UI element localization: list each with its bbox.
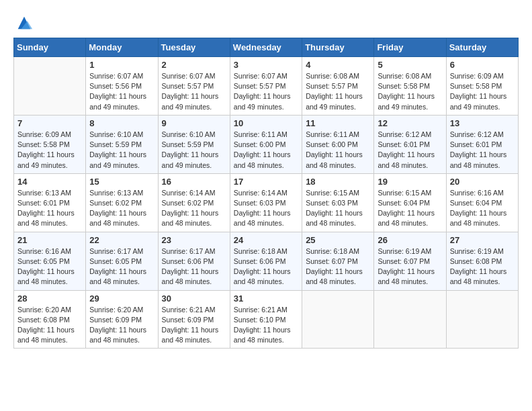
calendar-cell: 6Sunrise: 6:09 AMSunset: 5:58 PMDaylight… <box>446 57 518 116</box>
sunrise-text: Sunrise: 6:20 AM <box>89 306 143 314</box>
day-info: Sunrise: 6:13 AMSunset: 6:01 PMDaylight:… <box>17 188 82 229</box>
sunrise-text: Sunrise: 6:10 AM <box>89 130 143 138</box>
calendar-cell: 14Sunrise: 6:13 AMSunset: 6:01 PMDayligh… <box>14 173 86 232</box>
sunset-text: Sunset: 6:03 PM <box>234 199 286 207</box>
calendar-cell: 12Sunrise: 6:12 AMSunset: 6:01 PMDayligh… <box>374 115 446 173</box>
calendar-week-row: 28Sunrise: 6:20 AMSunset: 6:08 PMDayligh… <box>14 290 519 349</box>
calendar-cell: 1Sunrise: 6:07 AMSunset: 5:56 PMDaylight… <box>86 57 158 116</box>
day-number: 8 <box>89 118 154 128</box>
weekday-header-row: SundayMondayTuesdayWednesdayThursdayFrid… <box>14 38 519 57</box>
day-number: 5 <box>378 60 442 70</box>
day-info: Sunrise: 6:21 AMSunset: 6:10 PMDaylight:… <box>234 305 298 346</box>
sunset-text: Sunset: 6:00 PM <box>306 140 358 148</box>
day-number: 31 <box>234 293 298 304</box>
day-info: Sunrise: 6:13 AMSunset: 6:02 PMDaylight:… <box>89 188 154 229</box>
calendar-cell <box>14 57 86 116</box>
daylight-text: Daylight: 11 hours and 48 minutes. <box>89 267 146 285</box>
day-info: Sunrise: 6:16 AMSunset: 6:05 PMDaylight:… <box>17 246 82 287</box>
calendar-cell: 5Sunrise: 6:08 AMSunset: 5:58 PMDaylight… <box>374 57 446 116</box>
sunset-text: Sunset: 6:06 PM <box>234 257 286 265</box>
calendar-cell: 20Sunrise: 6:16 AMSunset: 6:04 PMDayligh… <box>446 173 518 232</box>
day-info: Sunrise: 6:17 AMSunset: 6:06 PMDaylight:… <box>162 246 226 287</box>
sunrise-text: Sunrise: 6:21 AM <box>234 306 287 314</box>
daylight-text: Daylight: 11 hours and 48 minutes. <box>17 326 75 344</box>
daylight-text: Daylight: 11 hours and 49 minutes. <box>450 92 507 110</box>
day-info: Sunrise: 6:19 AMSunset: 6:08 PMDaylight:… <box>450 246 515 287</box>
day-info: Sunrise: 6:10 AMSunset: 5:59 PMDaylight:… <box>162 130 226 171</box>
daylight-text: Daylight: 11 hours and 49 minutes. <box>234 92 291 110</box>
sunrise-text: Sunrise: 6:17 AM <box>89 247 143 255</box>
calendar-cell: 11Sunrise: 6:11 AMSunset: 6:00 PMDayligh… <box>302 115 374 173</box>
calendar-cell: 22Sunrise: 6:17 AMSunset: 6:05 PMDayligh… <box>86 232 158 290</box>
day-number: 27 <box>450 235 515 245</box>
day-info: Sunrise: 6:19 AMSunset: 6:07 PMDaylight:… <box>378 246 442 287</box>
day-info: Sunrise: 6:14 AMSunset: 6:02 PMDaylight:… <box>162 188 226 229</box>
sunset-text: Sunset: 6:09 PM <box>89 316 142 324</box>
sunset-text: Sunset: 5:58 PM <box>378 82 430 90</box>
sunrise-text: Sunrise: 6:18 AM <box>306 247 359 255</box>
sunrise-text: Sunrise: 6:16 AM <box>450 189 504 197</box>
sunset-text: Sunset: 6:05 PM <box>17 257 70 265</box>
daylight-text: Daylight: 11 hours and 48 minutes. <box>306 150 363 169</box>
calendar-cell: 25Sunrise: 6:18 AMSunset: 6:07 PMDayligh… <box>302 232 374 290</box>
daylight-text: Daylight: 11 hours and 48 minutes. <box>306 267 363 285</box>
sunrise-text: Sunrise: 6:13 AM <box>89 189 143 197</box>
sunrise-text: Sunrise: 6:14 AM <box>234 189 287 197</box>
weekday-header-sunday: Sunday <box>14 38 86 57</box>
calendar-cell: 21Sunrise: 6:16 AMSunset: 6:05 PMDayligh… <box>14 232 86 290</box>
sunrise-text: Sunrise: 6:11 AM <box>234 130 287 138</box>
sunset-text: Sunset: 5:59 PM <box>89 140 142 148</box>
calendar-table: SundayMondayTuesdayWednesdayThursdayFrid… <box>13 38 519 349</box>
day-number: 2 <box>162 60 226 70</box>
sunset-text: Sunset: 6:08 PM <box>450 257 502 265</box>
daylight-text: Daylight: 11 hours and 48 minutes. <box>234 267 291 285</box>
sunrise-text: Sunrise: 6:08 AM <box>378 72 431 80</box>
day-number: 14 <box>17 177 82 187</box>
day-info: Sunrise: 6:09 AMSunset: 5:58 PMDaylight:… <box>450 71 515 112</box>
calendar-cell: 3Sunrise: 6:07 AMSunset: 5:57 PMDaylight… <box>230 57 302 116</box>
day-number: 18 <box>306 177 370 187</box>
sunset-text: Sunset: 6:01 PM <box>17 199 70 207</box>
calendar-cell: 29Sunrise: 6:20 AMSunset: 6:09 PMDayligh… <box>86 290 158 349</box>
day-number: 10 <box>234 118 298 128</box>
sunset-text: Sunset: 6:07 PM <box>306 257 358 265</box>
sunset-text: Sunset: 6:01 PM <box>450 140 502 148</box>
day-info: Sunrise: 6:15 AMSunset: 6:03 PMDaylight:… <box>306 188 370 229</box>
day-number: 7 <box>17 118 82 128</box>
day-number: 20 <box>450 177 515 187</box>
daylight-text: Daylight: 11 hours and 48 minutes. <box>89 209 146 227</box>
day-info: Sunrise: 6:20 AMSunset: 6:08 PMDaylight:… <box>17 305 82 346</box>
day-number: 26 <box>378 235 442 245</box>
weekday-header-friday: Friday <box>374 38 446 57</box>
sunset-text: Sunset: 6:05 PM <box>89 257 142 265</box>
daylight-text: Daylight: 11 hours and 49 minutes. <box>378 92 435 110</box>
calendar-cell: 8Sunrise: 6:10 AMSunset: 5:59 PMDaylight… <box>86 115 158 173</box>
sunrise-text: Sunrise: 6:07 AM <box>234 72 287 80</box>
day-info: Sunrise: 6:08 AMSunset: 5:58 PMDaylight:… <box>378 71 442 112</box>
calendar-cell: 15Sunrise: 6:13 AMSunset: 6:02 PMDayligh… <box>86 173 158 232</box>
calendar-cell: 23Sunrise: 6:17 AMSunset: 6:06 PMDayligh… <box>158 232 230 290</box>
calendar-cell <box>374 290 446 349</box>
daylight-text: Daylight: 11 hours and 48 minutes. <box>17 209 75 227</box>
calendar-cell <box>302 290 374 349</box>
daylight-text: Daylight: 11 hours and 48 minutes. <box>378 209 435 227</box>
weekday-header-saturday: Saturday <box>446 38 518 57</box>
day-number: 22 <box>89 235 154 245</box>
calendar-cell <box>446 290 518 349</box>
day-number: 15 <box>89 177 154 187</box>
sunrise-text: Sunrise: 6:19 AM <box>378 247 431 255</box>
day-info: Sunrise: 6:12 AMSunset: 6:01 PMDaylight:… <box>450 130 515 171</box>
day-number: 25 <box>306 235 370 245</box>
day-info: Sunrise: 6:21 AMSunset: 6:09 PMDaylight:… <box>162 305 226 346</box>
day-info: Sunrise: 6:14 AMSunset: 6:03 PMDaylight:… <box>234 188 298 229</box>
sunrise-text: Sunrise: 6:10 AM <box>162 130 216 138</box>
day-info: Sunrise: 6:20 AMSunset: 6:09 PMDaylight:… <box>89 305 154 346</box>
daylight-text: Daylight: 11 hours and 48 minutes. <box>234 326 291 344</box>
day-number: 12 <box>378 118 442 128</box>
calendar-cell: 16Sunrise: 6:14 AMSunset: 6:02 PMDayligh… <box>158 173 230 232</box>
sunset-text: Sunset: 6:07 PM <box>378 257 430 265</box>
daylight-text: Daylight: 11 hours and 48 minutes. <box>450 209 507 227</box>
calendar-cell: 31Sunrise: 6:21 AMSunset: 6:10 PMDayligh… <box>230 290 302 349</box>
daylight-text: Daylight: 11 hours and 48 minutes. <box>162 267 219 285</box>
calendar-cell: 24Sunrise: 6:18 AMSunset: 6:06 PMDayligh… <box>230 232 302 290</box>
